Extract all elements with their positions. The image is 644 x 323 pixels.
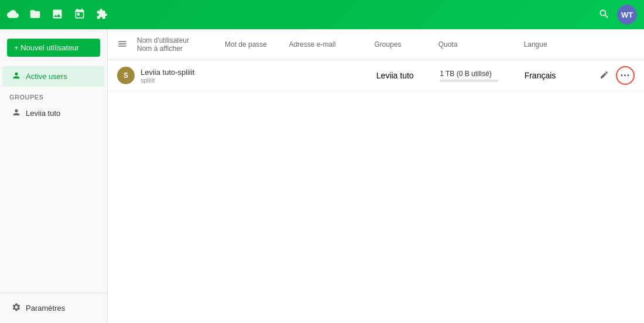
- sidebar: + Nouvel utilisateur Active users Groupe…: [0, 29, 108, 323]
- folder-icon[interactable]: [29, 8, 41, 22]
- search-icon[interactable]: [598, 8, 610, 22]
- col-header-language: Langue: [524, 40, 588, 49]
- col-header-username: Nom d'utilisateur Nom à afficher: [137, 36, 225, 53]
- quota-bar: [440, 80, 498, 82]
- group-icon: [12, 108, 21, 119]
- topbar: WT: [0, 0, 644, 29]
- active-users-label: Active users: [26, 72, 67, 81]
- col-header-password: Mot de passe: [225, 40, 289, 49]
- col-header-groups: Groupes: [374, 40, 438, 49]
- sidebar-item-settings[interactable]: Paramètres: [2, 298, 105, 318]
- users-icon: [12, 71, 21, 82]
- more-options-button[interactable]: ···: [616, 66, 635, 85]
- main-content: Nom d'utilisateur Nom à afficher Mot de …: [108, 29, 644, 323]
- cloud-icon[interactable]: [7, 8, 19, 22]
- col-header-quota: Quota: [439, 40, 524, 49]
- user-row-quota: 1 TB (0 B utilisé): [440, 70, 524, 82]
- edit-icon[interactable]: [597, 68, 611, 84]
- calendar-icon[interactable]: [74, 8, 85, 22]
- table-row: S Leviia tuto-spliiit spliiit Leviia tut…: [108, 60, 644, 91]
- settings-icon: [12, 303, 21, 314]
- user-row-language: Français: [525, 71, 588, 80]
- sidebar-bottom: Paramètres: [0, 293, 107, 323]
- topbar-right: WT: [598, 5, 637, 25]
- layout: + Nouvel utilisateur Active users Groupe…: [0, 29, 644, 323]
- settings-label: Paramètres: [26, 304, 65, 312]
- group-label: Leviia tuto: [26, 109, 60, 118]
- col-header-email: Adresse e-mail: [289, 40, 374, 49]
- user-avatar[interactable]: WT: [617, 5, 637, 25]
- groups-section-title: Groupes: [0, 87, 107, 103]
- image-icon[interactable]: [52, 8, 63, 22]
- user-row-actions: ···: [588, 66, 635, 85]
- user-row-avatar: S: [117, 67, 135, 84]
- sidebar-item-leviia-tuto[interactable]: Leviia tuto: [2, 103, 105, 123]
- sidebar-item-active-users[interactable]: Active users: [2, 66, 105, 87]
- new-user-button[interactable]: + Nouvel utilisateur: [7, 39, 100, 57]
- user-row-username-block: Leviia tuto-spliiit spliiit: [141, 68, 228, 84]
- hamburger-icon[interactable]: [117, 39, 128, 51]
- user-row-groups: Leviia tuto: [376, 71, 440, 80]
- topbar-icons: [7, 8, 598, 22]
- table-header: Nom d'utilisateur Nom à afficher Mot de …: [108, 29, 644, 60]
- plugin-icon[interactable]: [96, 8, 108, 22]
